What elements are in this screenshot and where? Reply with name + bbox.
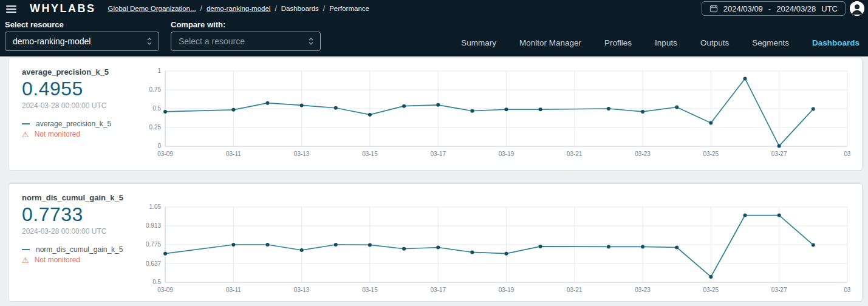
svg-text:1.05: 1.05 [149,204,162,211]
chart-legend: norm_dis_cumul_gain_k_5 [22,245,141,254]
svg-text:0: 0 [157,143,161,150]
svg-text:03-15: 03-15 [362,287,378,293]
svg-text:0.75: 0.75 [149,87,162,93]
svg-text:03-19: 03-19 [499,287,514,293]
tab-inputs[interactable]: Inputs [655,38,677,47]
line-chart-average-precision[interactable]: 00.250.50.75103-0903-1103-1303-1503-1703… [141,66,862,162]
select-resource-field: Select resource demo-ranking-model [5,19,159,56]
tab-profiles[interactable]: Profiles [604,38,632,47]
user-avatar[interactable] [850,1,864,16]
toolbar-row: Select resource demo-ranking-model Compa… [0,17,868,56]
breadcrumb-separator: / [275,4,276,13]
svg-text:03-13: 03-13 [294,287,310,293]
svg-text:1: 1 [157,68,161,75]
svg-text:03-27: 03-27 [771,287,787,293]
breadcrumb-separator: / [323,4,325,13]
svg-text:03-09: 03-09 [157,287,173,293]
chart-area: 00.250.50.75103-0903-1103-1303-1503-1703… [141,58,862,170]
svg-text:03-21: 03-21 [567,151,583,157]
metric-panel-norm-dis-cumul-gain: norm_dis_cumul_gain_k_5 0.7733 2024-03-2… [8,183,863,302]
legend-label: norm_dis_cumul_gain_k_5 [36,245,123,254]
compare-with-field: Compare with: Select a resource [171,19,321,56]
svg-text:03-15: 03-15 [362,151,378,157]
svg-text:03-21: 03-21 [567,287,583,293]
metric-value: 0.7733 [22,203,141,226]
metric-stat-block: norm_dis_cumul_gain_k_5 0.7733 2024-03-2… [9,184,141,301]
metric-timestamp: 2024-03-28 00:00:00 UTC [22,101,141,110]
svg-text:03-19: 03-19 [499,151,514,157]
monitor-status: ⚠ Not monitored [22,130,141,138]
monitor-status-label: Not monitored [35,256,80,264]
svg-text:0.25: 0.25 [149,124,162,131]
svg-text:03-13: 03-13 [294,151,310,157]
chart-legend: average_precision_k_5 [22,120,141,128]
svg-text:03-23: 03-23 [635,151,651,157]
chevron-updown-icon [146,36,152,46]
line-chart-norm-dis-cumul-gain[interactable]: 0.50.6370.7750.9131.0503-0903-1103-1303-… [141,202,862,298]
dashboard-content: average_precision_k_5 0.4955 2024-03-28 … [0,58,868,302]
metric-stat-block: average_precision_k_5 0.4955 2024-03-28 … [9,58,141,170]
svg-text:0.5: 0.5 [152,279,161,286]
legend-line-swatch [22,123,30,124]
date-range-picker[interactable]: 2024/03/09 - 2024/03/28 UTC [702,1,846,16]
breadcrumb-separator: / [200,4,202,13]
warning-icon: ⚠ [22,256,29,264]
tab-monitor-manager[interactable]: Monitor Manager [519,38,581,47]
breadcrumb-item[interactable]: Global Demo Organization... [108,5,196,12]
svg-text:03-17: 03-17 [430,151,446,157]
breadcrumb-item: Dashboards [281,5,319,12]
date-range-separator: - [768,4,771,13]
date-range-end: 2024/03/28 [776,4,816,13]
monitor-status: ⚠ Not monitored [22,256,141,264]
chart-area: 0.50.6370.7750.9131.0503-0903-1103-1303-… [141,184,862,301]
svg-text:03-23: 03-23 [635,287,651,293]
metric-timestamp: 2024-03-28 00:00:00 UTC [22,227,141,236]
compare-select[interactable]: Select a resource [171,32,321,51]
svg-text:03-09: 03-09 [157,151,173,157]
svg-text:0.637: 0.637 [146,260,161,267]
date-range-timezone: UTC [821,4,838,13]
resource-select-value: demo-ranking-model [13,36,91,46]
legend-label: average_precision_k_5 [36,120,111,128]
tab-outputs[interactable]: Outputs [700,38,729,47]
breadcrumb: Global Demo Organization.../demo-ranking… [108,4,369,13]
breadcrumb-item: Performance [329,5,369,12]
resource-selectors: Select resource demo-ranking-model Compa… [5,19,321,56]
svg-text:03-11: 03-11 [226,151,241,157]
model-nav-tabs: SummaryMonitor ManagerProfilesInputsOutp… [461,38,862,47]
compare-with-label: Compare with: [171,20,321,29]
svg-text:03-17: 03-17 [430,287,446,293]
metric-title: norm_dis_cumul_gain_k_5 [22,193,141,202]
metric-panel-average-precision: average_precision_k_5 0.4955 2024-03-28 … [8,58,863,171]
svg-text:03: 03 [844,151,851,157]
svg-text:0.5: 0.5 [152,106,161,112]
select-resource-label: Select resource [5,20,159,29]
tab-segments[interactable]: Segments [752,38,789,47]
header-right: 2024/03/09 - 2024/03/28 UTC [702,1,864,16]
top-row: WHYLABS Global Demo Organization.../demo… [0,0,868,17]
whylabs-logo: WHYLABS [30,2,96,15]
calendar-icon [709,4,718,13]
svg-text:03-25: 03-25 [703,151,719,157]
legend-line-swatch [22,249,30,250]
tab-summary[interactable]: Summary [461,38,496,47]
tab-dashboards[interactable]: Dashboards [812,38,859,47]
resource-select[interactable]: demo-ranking-model [5,32,159,51]
date-range-start: 2024/03/09 [723,4,763,13]
metric-title: average_precision_k_5 [22,67,141,76]
menu-icon[interactable] [6,5,16,13]
svg-text:03-27: 03-27 [771,151,787,157]
svg-text:03-25: 03-25 [703,287,719,293]
monitor-status-label: Not monitored [35,130,80,138]
svg-text:0.775: 0.775 [146,242,161,248]
person-icon [850,1,864,16]
metric-value: 0.4955 [22,78,141,100]
compare-select-placeholder: Select a resource [179,36,245,46]
svg-text:0.913: 0.913 [146,222,161,229]
svg-text:03: 03 [844,287,851,293]
svg-text:03-11: 03-11 [226,287,241,293]
chevron-updown-icon [308,36,314,46]
app-header: WHYLABS Global Demo Organization.../demo… [0,0,868,56]
warning-icon: ⚠ [22,131,29,138]
breadcrumb-item[interactable]: demo-ranking-model [207,5,270,12]
